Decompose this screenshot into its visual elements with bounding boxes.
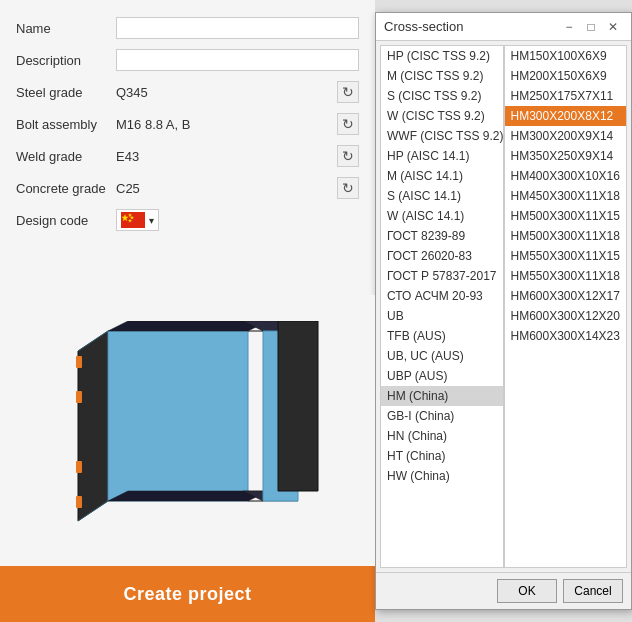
beam-3d-illustration bbox=[48, 321, 328, 541]
description-row: Description bbox=[16, 48, 359, 72]
left-list-item[interactable]: HP (CISC TSS 9.2) bbox=[381, 46, 503, 66]
right-list-item[interactable]: HM450X300X11X18 bbox=[505, 186, 627, 206]
right-list-item[interactable]: HM550X300X11X18 bbox=[505, 266, 627, 286]
left-list-item[interactable]: ГОСТ 8239-89 bbox=[381, 226, 503, 246]
weld-grade-refresh-btn[interactable]: ↻ bbox=[337, 145, 359, 167]
left-list-item[interactable]: TFB (AUS) bbox=[381, 326, 503, 346]
right-list-item[interactable]: HM150X100X6X9 bbox=[505, 46, 627, 66]
svg-marker-7 bbox=[108, 321, 268, 331]
design-code-label: Design code bbox=[16, 213, 116, 228]
steel-grade-row: Steel grade Q345 ↻ bbox=[16, 80, 359, 104]
svg-rect-15 bbox=[76, 461, 82, 473]
left-list-item[interactable]: UB bbox=[381, 306, 503, 326]
design-code-dropdown-arrow: ▾ bbox=[149, 215, 154, 226]
name-input[interactable] bbox=[116, 17, 359, 39]
left-list-col: HP (CISC TSS 9.2)M (CISC TSS 9.2)S (CISC… bbox=[380, 45, 504, 568]
weld-grade-value: E43 bbox=[116, 149, 333, 164]
description-label: Description bbox=[16, 53, 116, 68]
model-area bbox=[0, 295, 375, 566]
concrete-grade-refresh-btn[interactable]: ↻ bbox=[337, 177, 359, 199]
svg-marker-12 bbox=[278, 321, 318, 491]
weld-grade-label: Weld grade bbox=[16, 149, 116, 164]
steel-grade-value-group: Q345 ↻ bbox=[116, 81, 359, 103]
minimize-button[interactable]: − bbox=[559, 17, 579, 37]
list-container: HP (CISC TSS 9.2)M (CISC TSS 9.2)S (CISC… bbox=[376, 41, 631, 572]
svg-marker-8 bbox=[108, 491, 268, 501]
maximize-button[interactable]: □ bbox=[581, 17, 601, 37]
bolt-assembly-row: Bolt assembly M16 8.8 A, B ↻ bbox=[16, 112, 359, 136]
left-list-item[interactable]: UB, UC (AUS) bbox=[381, 346, 503, 366]
bolt-assembly-label: Bolt assembly bbox=[16, 117, 116, 132]
right-list-item[interactable]: HM600X300X14X23 bbox=[505, 326, 627, 346]
concrete-grade-value-group: C25 ↻ bbox=[116, 177, 359, 199]
left-list-item[interactable]: GB-I (China) bbox=[381, 406, 503, 426]
left-list-item[interactable]: M (CISC TSS 9.2) bbox=[381, 66, 503, 86]
right-list-item[interactable]: HM300X200X8X12 bbox=[505, 106, 627, 126]
svg-rect-0 bbox=[121, 212, 145, 228]
svg-rect-14 bbox=[76, 391, 82, 403]
left-list[interactable]: HP (CISC TSS 9.2)M (CISC TSS 9.2)S (CISC… bbox=[380, 45, 504, 568]
cancel-button[interactable]: Cancel bbox=[563, 579, 623, 603]
close-button[interactable]: ✕ bbox=[603, 17, 623, 37]
right-list[interactable]: HM150X100X6X9HM200X150X6X9HM250X175X7X11… bbox=[504, 45, 628, 568]
cross-section-dialog: Cross-section − □ ✕ HP (CISC TSS 9.2)M (… bbox=[375, 12, 632, 610]
right-list-col: HM150X100X6X9HM200X150X6X9HM250X175X7X11… bbox=[504, 45, 628, 568]
svg-rect-13 bbox=[76, 356, 82, 368]
name-row: Name bbox=[16, 16, 359, 40]
right-list-item[interactable]: HM200X150X6X9 bbox=[505, 66, 627, 86]
left-list-item[interactable]: M (AISC 14.1) bbox=[381, 166, 503, 186]
left-list-item[interactable]: W (AISC 14.1) bbox=[381, 206, 503, 226]
right-list-item[interactable]: HM600X300X12X17 bbox=[505, 286, 627, 306]
left-list-item[interactable]: S (AISC 14.1) bbox=[381, 186, 503, 206]
left-list-item[interactable]: СТО АСЧМ 20-93 bbox=[381, 286, 503, 306]
dialog-footer: OK Cancel bbox=[376, 572, 631, 609]
dialog-title: Cross-section bbox=[384, 19, 557, 34]
left-list-item[interactable]: UBP (AUS) bbox=[381, 366, 503, 386]
right-list-item[interactable]: HM600X300X12X20 bbox=[505, 306, 627, 326]
left-list-item[interactable]: HM (China) bbox=[381, 386, 503, 406]
weld-grade-value-group: E43 ↻ bbox=[116, 145, 359, 167]
left-panel: Name Description Steel grade Q345 ↻ Bolt… bbox=[0, 0, 375, 622]
steel-grade-value: Q345 bbox=[116, 85, 333, 100]
ok-button[interactable]: OK bbox=[497, 579, 557, 603]
create-project-button[interactable]: Create project bbox=[0, 566, 375, 622]
properties-section: Name Description Steel grade Q345 ↻ Bolt… bbox=[0, 0, 375, 295]
left-list-item[interactable]: HT (China) bbox=[381, 446, 503, 466]
svg-marker-5 bbox=[78, 331, 108, 521]
svg-marker-6 bbox=[108, 331, 248, 501]
left-list-item[interactable]: HW (China) bbox=[381, 466, 503, 486]
concrete-grade-label: Concrete grade bbox=[16, 181, 116, 196]
right-list-item[interactable]: HM250X175X7X11 bbox=[505, 86, 627, 106]
left-list-item[interactable]: ГОСТ 26020-83 bbox=[381, 246, 503, 266]
dialog-titlebar: Cross-section − □ ✕ bbox=[376, 13, 631, 41]
china-flag-icon bbox=[121, 212, 145, 228]
steel-grade-refresh-btn[interactable]: ↻ bbox=[337, 81, 359, 103]
steel-grade-label: Steel grade bbox=[16, 85, 116, 100]
concrete-grade-row: Concrete grade C25 ↻ bbox=[16, 176, 359, 200]
right-list-item[interactable]: HM350X250X9X14 bbox=[505, 146, 627, 166]
design-code-row: Design code ▾ bbox=[16, 208, 359, 232]
bolt-assembly-refresh-btn[interactable]: ↻ bbox=[337, 113, 359, 135]
design-code-flag-btn[interactable]: ▾ bbox=[116, 209, 159, 231]
svg-rect-16 bbox=[76, 496, 82, 508]
bolt-assembly-value: M16 8.8 A, B bbox=[116, 117, 333, 132]
right-list-item[interactable]: HM500X300X11X18 bbox=[505, 226, 627, 246]
right-list-item[interactable]: HM500X300X11X15 bbox=[505, 206, 627, 226]
concrete-grade-value: C25 bbox=[116, 181, 333, 196]
left-list-item[interactable]: S (CISC TSS 9.2) bbox=[381, 86, 503, 106]
description-input[interactable] bbox=[116, 49, 359, 71]
weld-grade-row: Weld grade E43 ↻ bbox=[16, 144, 359, 168]
left-list-item[interactable]: ГОСТ Р 57837-2017 bbox=[381, 266, 503, 286]
name-label: Name bbox=[16, 21, 116, 36]
left-list-item[interactable]: WWF (CISC TSS 9.2) bbox=[381, 126, 503, 146]
left-list-item[interactable]: HN (China) bbox=[381, 426, 503, 446]
right-list-item[interactable]: HM300X200X9X14 bbox=[505, 126, 627, 146]
right-list-item[interactable]: HM550X300X11X15 bbox=[505, 246, 627, 266]
bolt-assembly-value-group: M16 8.8 A, B ↻ bbox=[116, 113, 359, 135]
left-list-item[interactable]: W (CISC TSS 9.2) bbox=[381, 106, 503, 126]
right-list-item[interactable]: HM400X300X10X16 bbox=[505, 166, 627, 186]
left-list-item[interactable]: HP (AISC 14.1) bbox=[381, 146, 503, 166]
